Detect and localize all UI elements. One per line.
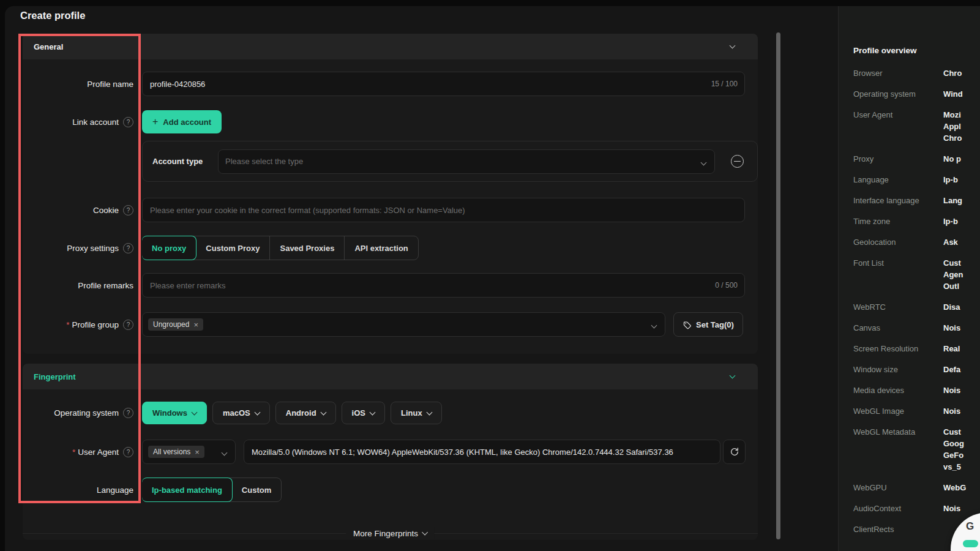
char-counter: 0 / 500 <box>715 281 738 290</box>
cookie-input[interactable] <box>142 198 745 222</box>
fingerprint-header-label: Fingerprint <box>34 372 76 381</box>
language-tab-ip-based-matching[interactable]: Ip-based matching <box>142 478 233 502</box>
help-icon[interactable]: ? <box>123 447 133 457</box>
chevron-down-icon <box>191 410 197 416</box>
profile-remarks-input[interactable] <box>142 273 745 298</box>
overview-value: Nois <box>943 503 980 514</box>
proxy-tab-custom-proxy[interactable]: Custom Proxy <box>196 236 269 260</box>
overview-label: Canvas <box>853 322 943 334</box>
chevron-down-icon <box>254 410 260 416</box>
overview-row-font-list: Font ListCust Agen Outl <box>853 257 980 292</box>
overview-value: Real <box>943 343 980 354</box>
profile-name-input[interactable] <box>142 72 745 96</box>
vertical-scrollbar[interactable] <box>776 32 780 539</box>
overview-row-webrtc: WebRTCDisa <box>853 301 980 313</box>
account-type-label: Account type <box>152 157 218 166</box>
user-agent-input[interactable] <box>244 440 720 464</box>
overview-label: User Agent <box>853 109 943 144</box>
overview-row-operating-system: Operating systemWind <box>853 88 980 100</box>
cookie-row: Cookie? <box>23 198 758 222</box>
overview-row-webgl-metadata: WebGL MetadataCust Goog GeFo vs_5 <box>853 426 980 473</box>
language-tabs: Ip-based matchingCustom <box>142 478 282 502</box>
proxy-tab-api-extraction[interactable]: API extraction <box>344 236 417 260</box>
widget-green-badge <box>963 540 978 547</box>
more-fingerprints-row: More Fingerprints <box>23 527 758 541</box>
language-row: Language Ip-based matchingCustom <box>23 478 758 502</box>
fingerprint-section-header[interactable]: Fingerprint <box>23 364 758 389</box>
overview-value: Mozi Appl Chro <box>943 109 980 144</box>
overview-row-user-agent: User AgentMozi Appl Chro <box>853 109 980 144</box>
remove-account-icon[interactable] <box>731 155 744 168</box>
proxy-tab-no-proxy[interactable]: No proxy <box>142 236 196 260</box>
proxy-settings-row: Proxy settings? No proxyCustom ProxySave… <box>23 236 758 260</box>
account-type-select[interactable]: Please select the type <box>218 149 715 174</box>
refresh-icon <box>730 447 739 457</box>
overview-label: Browser <box>853 67 943 79</box>
overview-row-media-devices: Media devicesNois <box>853 384 980 396</box>
overview-label: Interface language <box>853 195 943 206</box>
os-button-ios[interactable]: iOS <box>342 402 385 424</box>
overview-row-webgl-image: WebGL ImageNois <box>853 405 980 417</box>
user-agent-label: *User Agent? <box>23 447 142 457</box>
overview-row-window-size: Window sizeDefa <box>853 364 980 375</box>
language-tab-custom[interactable]: Custom <box>232 478 281 501</box>
overview-label: WebGPU <box>853 482 943 493</box>
set-tag-button[interactable]: Set Tag(0) <box>673 312 743 337</box>
chevron-down-icon <box>426 410 432 416</box>
help-icon[interactable]: ? <box>123 243 133 253</box>
profile-group-row: *Profile group? Ungrouped× Set Tag(0) <box>23 312 758 337</box>
overview-row-geolocation: GeolocationAsk <box>853 236 980 248</box>
overview-label: AudioContext <box>853 503 943 514</box>
chevron-down-icon <box>320 410 326 416</box>
profile-remarks-label: Profile remarks <box>23 281 142 290</box>
overview-label: Media devices <box>853 384 943 396</box>
overview-value: Nois <box>943 405 980 417</box>
user-agent-row: *User Agent? All versions× <box>23 440 758 464</box>
close-icon[interactable]: × <box>195 448 200 456</box>
overview-value: Ip-b <box>943 216 980 227</box>
overview-value: Ask <box>943 236 980 248</box>
overview-value: Cust Agen Outl <box>943 257 980 292</box>
overview-label: Font List <box>853 257 943 292</box>
ua-version-select[interactable]: All versions× <box>142 440 236 464</box>
overview-value: Cust Goog GeFo vs_5 <box>943 426 980 473</box>
help-icon[interactable]: ? <box>123 320 133 330</box>
more-fingerprints-toggle[interactable]: More Fingerprints <box>346 527 435 540</box>
help-icon[interactable]: ? <box>123 205 133 216</box>
tag-icon <box>683 320 692 329</box>
chevron-down-icon <box>422 530 428 536</box>
general-section-header[interactable]: General <box>23 34 758 59</box>
overview-value: Nois <box>943 384 980 396</box>
regenerate-ua-button[interactable] <box>723 440 746 464</box>
chevron-down-icon[interactable] <box>730 373 736 379</box>
add-account-button[interactable]: +Add account <box>142 110 222 133</box>
ua-version-chip[interactable]: All versions× <box>148 446 204 458</box>
close-icon[interactable]: × <box>193 321 198 329</box>
os-button-group: WindowsmacOSAndroidiOSLinux <box>142 402 758 424</box>
os-button-android[interactable]: Android <box>275 402 336 424</box>
os-button-macos[interactable]: macOS <box>212 402 270 424</box>
proxy-tab-saved-proxies[interactable]: Saved Proxies <box>269 236 344 260</box>
overview-row-proxy: ProxyNo p <box>853 153 980 165</box>
overview-value: Nois <box>943 322 980 334</box>
language-label: Language <box>23 485 142 495</box>
chevron-down-icon <box>651 323 657 329</box>
os-button-linux[interactable]: Linux <box>391 402 442 424</box>
chevron-down-icon[interactable] <box>730 43 736 49</box>
os-button-windows[interactable]: Windows <box>142 402 207 424</box>
required-asterisk: * <box>66 320 69 329</box>
chevron-down-icon <box>701 159 707 165</box>
char-counter: 15 / 100 <box>711 80 738 88</box>
overview-value: WebG <box>943 482 980 493</box>
group-chip[interactable]: Ungrouped× <box>148 318 203 331</box>
profile-group-select[interactable]: Ungrouped× <box>142 312 665 337</box>
profile-name-label: Profile name <box>23 80 142 89</box>
page-title: Create profile <box>20 10 85 21</box>
overview-label: WebRTC <box>853 301 943 313</box>
overview-label: WebGL Image <box>853 405 943 417</box>
profile-name-row: Profile name 15 / 100 <box>23 72 758 96</box>
overview-value: No p <box>943 153 980 165</box>
overview-value: Defa <box>943 364 980 375</box>
help-icon[interactable]: ? <box>123 408 133 418</box>
help-icon[interactable]: ? <box>123 117 133 127</box>
